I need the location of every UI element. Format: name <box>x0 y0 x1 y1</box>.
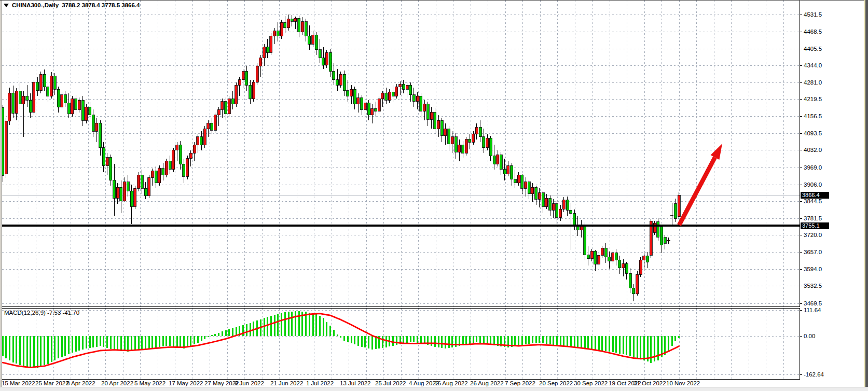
price-tick-label: 4468.5 <box>804 29 822 35</box>
window-top-edge <box>0 0 868 1</box>
trend-arrow <box>679 144 722 225</box>
time-tick-label: 15 Mar 2022 <box>2 380 35 387</box>
price-tick-label: 4156.5 <box>804 113 822 120</box>
price-tick-label: 4093.5 <box>804 130 822 137</box>
price-tick-label: 3844.5 <box>804 198 822 205</box>
price-tick-label: 3969.0 <box>804 164 822 171</box>
time-tick-label: 7 Sep 2022 <box>505 380 535 387</box>
macd-caption: MACD(12,26,9) -7.53 -41.70 <box>4 310 79 316</box>
chart-symbol-period: CHINA300-,Daily <box>12 2 59 8</box>
time-tick-label: 26 Aug 2022 <box>470 380 504 387</box>
time-tick-label: 30 Sep 2022 <box>574 380 608 387</box>
time-tick-label: 21 Jun 2022 <box>270 380 303 387</box>
macd-tick-label: 0.00 <box>804 333 815 340</box>
candles-layer <box>2 15 681 301</box>
price-tick-label: 3720.0 <box>804 232 822 239</box>
price-tick-label: 4032.0 <box>804 147 822 153</box>
macd-indicator-values: -7.53 -41.70 <box>47 310 79 316</box>
window-bottom-edge <box>0 387 868 391</box>
chart-window: CHINA300-,Daily 3788.2 3878.4 3778.5 386… <box>0 0 868 391</box>
time-tick-label: 16 Aug 2022 <box>434 380 468 387</box>
price-tick-label: 3906.0 <box>804 181 822 188</box>
price-tick-label: 3781.5 <box>804 215 822 222</box>
time-tick-label: 13 Jul 2022 <box>340 380 370 387</box>
window-left-edge <box>0 0 2 391</box>
price-tick-label: 3594.0 <box>804 266 822 273</box>
price-tick-label: 4219.5 <box>804 96 822 103</box>
price-tick-label: 4405.5 <box>804 46 822 52</box>
chart-title-bar: CHINA300-,Daily 3788.2 3878.4 3778.5 386… <box>4 2 140 9</box>
time-tick-label: 10 Nov 2022 <box>666 380 700 387</box>
price-tick-label: 3657.0 <box>804 249 822 256</box>
price-tick-label: 3532.5 <box>804 283 822 289</box>
time-tick-label: 8 Apr 2022 <box>66 380 95 387</box>
macd-tick-label: -162.64 <box>804 371 824 378</box>
price-tick-label: 4281.0 <box>804 79 822 86</box>
price-tick-label: 4531.5 <box>804 11 822 18</box>
time-tick-label: 20 Sep 2022 <box>539 380 573 387</box>
price-tick-label: 3469.5 <box>804 300 822 307</box>
time-tick-label: 31 Oct 2022 <box>633 380 666 387</box>
time-tick-label: 25 Jul 2022 <box>375 380 406 387</box>
time-tick-label: 1 Jul 2022 <box>306 380 334 387</box>
time-tick-label: 20 Apr 2022 <box>101 380 133 387</box>
chart-collapse-icon[interactable] <box>4 4 9 7</box>
time-tick-label: 17 May 2022 <box>169 380 203 387</box>
macd-indicator-name: MACD(12,26,9) <box>4 310 46 316</box>
time-tick-label: 27 May 2022 <box>204 380 239 387</box>
macd-tick-label: 111.64 <box>804 307 821 314</box>
chart-canvas[interactable] <box>0 0 868 391</box>
chart-ohlc-readout: 3788.2 3878.4 3778.5 3866.4 <box>62 2 140 8</box>
window-right-edge <box>865 0 868 391</box>
current-price-tag: 3866.4 <box>801 192 829 199</box>
time-tick-label: 5 May 2022 <box>134 380 166 387</box>
price-tick-label: 4344.0 <box>804 62 822 69</box>
time-tick-label: 25 Mar 2022 <box>35 380 69 387</box>
support-price-tag: 3755.1 <box>801 222 829 229</box>
time-tick-label: 9 Jun 2022 <box>235 380 264 387</box>
